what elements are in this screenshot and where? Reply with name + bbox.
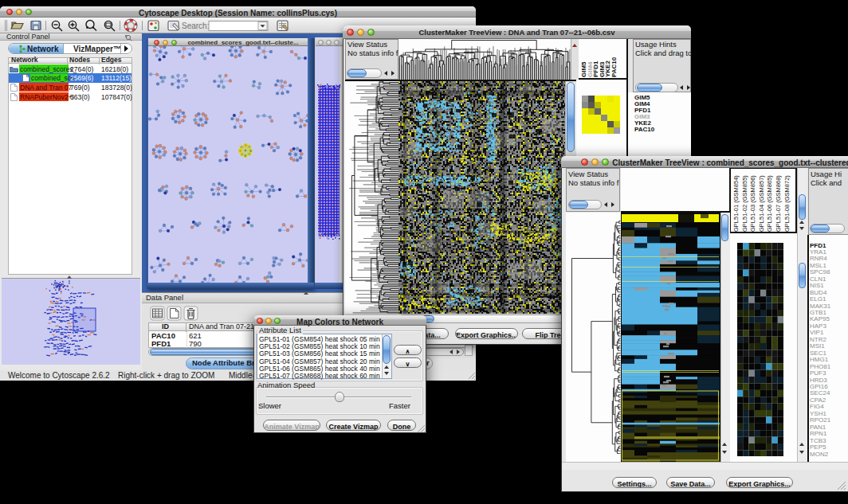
svg-text:Search:: Search:	[182, 21, 209, 30]
